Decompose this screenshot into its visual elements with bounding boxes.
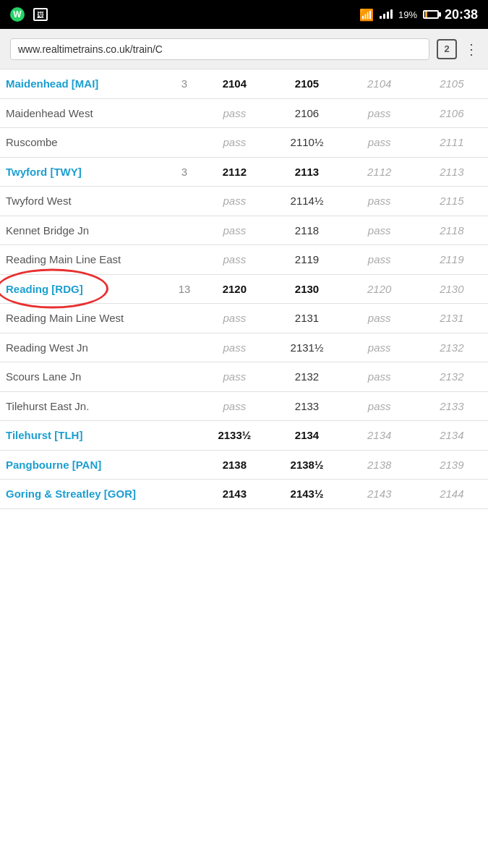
- actual-departure: 2106: [416, 98, 488, 128]
- scheduled-departure: 2143½: [270, 480, 343, 509]
- scheduled-arrival: pass: [198, 304, 270, 333]
- station-link[interactable]: Goring & Streatley [GOR]: [6, 488, 136, 500]
- platform-number: 3: [171, 69, 199, 98]
- actual-arrival: 2104: [343, 69, 416, 98]
- station-link[interactable]: Maidenhead [MAI]: [6, 77, 98, 90]
- address-bar: www.realtimetrains.co.uk/train/C 2 ⋮: [0, 29, 488, 69]
- station-name[interactable]: Twyford [TWY]: [0, 157, 171, 187]
- actual-departure: 2133: [416, 391, 488, 421]
- scheduled-arrival: pass: [198, 128, 270, 158]
- platform-number: 3: [171, 157, 199, 187]
- table-row: Tilehurst [TLH]2133½213421342134: [0, 421, 488, 451]
- scheduled-arrival: pass: [198, 187, 270, 216]
- platform-number: [171, 216, 199, 245]
- scheduled-departure: 2130: [270, 274, 343, 304]
- actual-arrival: pass: [343, 187, 416, 216]
- status-time: 20:38: [445, 7, 478, 22]
- station-name: Scours Lane Jn: [0, 362, 171, 392]
- actual-departure: 2119: [416, 245, 488, 275]
- train-schedule-table: Maidenhead [MAI]32104210521042105Maidenh…: [0, 69, 488, 509]
- scheduled-arrival: 2133½: [198, 421, 270, 451]
- scheduled-arrival: pass: [198, 391, 270, 421]
- platform-number: [171, 391, 199, 421]
- menu-button[interactable]: ⋮: [464, 41, 478, 58]
- station-link[interactable]: Twyford [TWY]: [6, 166, 82, 178]
- table-row: Ruscombepass2110½pass2111: [0, 128, 488, 158]
- station-name: Tilehurst East Jn.: [0, 391, 171, 421]
- platform-number: [171, 128, 199, 158]
- scheduled-arrival: pass: [198, 333, 270, 362]
- actual-departure: 2115: [416, 187, 488, 216]
- actual-departure: 2144: [416, 480, 488, 509]
- actual-departure: 2134: [416, 421, 488, 451]
- scheduled-arrival: 2112: [198, 157, 270, 187]
- table-row: Maidenhead Westpass2106pass2106: [0, 98, 488, 128]
- actual-arrival: pass: [343, 216, 416, 245]
- table-row: Pangbourne [PAN]21382138½21382139: [0, 450, 488, 480]
- whatsapp-icon: W: [10, 7, 25, 22]
- scheduled-departure: 2131½: [270, 333, 343, 362]
- actual-arrival: pass: [343, 128, 416, 158]
- station-name: Reading Main Line West: [0, 304, 171, 333]
- scheduled-arrival: pass: [198, 98, 270, 128]
- scheduled-departure: 2134: [270, 421, 343, 451]
- scheduled-departure: 2105: [270, 69, 343, 98]
- table-row: Reading Main Line Westpass2131pass2131: [0, 304, 488, 333]
- station-name: Maidenhead West: [0, 98, 171, 128]
- scheduled-departure: 2106: [270, 98, 343, 128]
- actual-arrival: pass: [343, 391, 416, 421]
- platform-number: [171, 421, 199, 451]
- platform-number: 13: [171, 274, 199, 304]
- scheduled-arrival: 2120: [198, 274, 270, 304]
- scheduled-arrival: 2104: [198, 69, 270, 98]
- station-name: Twyford West: [0, 187, 171, 216]
- table-row: Maidenhead [MAI]32104210521042105: [0, 69, 488, 98]
- actual-arrival: 2143: [343, 480, 416, 509]
- scheduled-departure: 2110½: [270, 128, 343, 158]
- platform-number: [171, 450, 199, 480]
- station-name[interactable]: Goring & Streatley [GOR]: [0, 480, 171, 509]
- actual-departure: 2132: [416, 333, 488, 362]
- platform-number: [171, 362, 199, 392]
- actual-arrival: pass: [343, 333, 416, 362]
- actual-departure: 2105: [416, 69, 488, 98]
- table-row: Reading [RDG]132120213021202130: [0, 274, 488, 304]
- scheduled-departure: 2114½: [270, 187, 343, 216]
- actual-arrival: 2134: [343, 421, 416, 451]
- platform-number: [171, 98, 199, 128]
- station-name[interactable]: Pangbourne [PAN]: [0, 450, 171, 480]
- scheduled-departure: 2131: [270, 304, 343, 333]
- actual-arrival: 2112: [343, 157, 416, 187]
- url-bar[interactable]: www.realtimetrains.co.uk/train/C: [10, 38, 429, 60]
- platform-number: [171, 304, 199, 333]
- platform-number: [171, 245, 199, 275]
- platform-number: [171, 480, 199, 509]
- table-row: Goring & Streatley [GOR]21432143½2143214…: [0, 480, 488, 509]
- status-right-info: 📶 19% 20:38: [359, 7, 478, 22]
- actual-arrival: pass: [343, 304, 416, 333]
- station-link[interactable]: Tilehurst [TLH]: [6, 429, 82, 441]
- station-name[interactable]: Maidenhead [MAI]: [0, 69, 171, 98]
- actual-departure: 2111: [416, 128, 488, 158]
- tab-count[interactable]: 2: [437, 39, 457, 59]
- station-name: Kennet Bridge Jn: [0, 216, 171, 245]
- table-row: Scours Lane Jnpass2132pass2132: [0, 362, 488, 392]
- station-link[interactable]: Reading [RDG]: [6, 283, 83, 295]
- status-bar: W 🖼 📶 19% 20:38: [0, 0, 488, 29]
- actual-arrival: 2138: [343, 450, 416, 480]
- actual-arrival: pass: [343, 245, 416, 275]
- scheduled-departure: 2113: [270, 157, 343, 187]
- wifi-icon: 📶: [359, 8, 374, 22]
- station-link[interactable]: Pangbourne [PAN]: [6, 459, 101, 471]
- actual-departure: 2113: [416, 157, 488, 187]
- scheduled-arrival: pass: [198, 245, 270, 275]
- table-row: Tilehurst East Jn.pass2133pass2133: [0, 391, 488, 421]
- station-name[interactable]: Tilehurst [TLH]: [0, 421, 171, 451]
- scheduled-departure: 2138½: [270, 450, 343, 480]
- scheduled-arrival: pass: [198, 216, 270, 245]
- station-name[interactable]: Reading [RDG]: [0, 274, 171, 304]
- actual-arrival: pass: [343, 98, 416, 128]
- platform-number: [171, 333, 199, 362]
- battery-percentage: 19%: [398, 9, 417, 20]
- scheduled-departure: 2132: [270, 362, 343, 392]
